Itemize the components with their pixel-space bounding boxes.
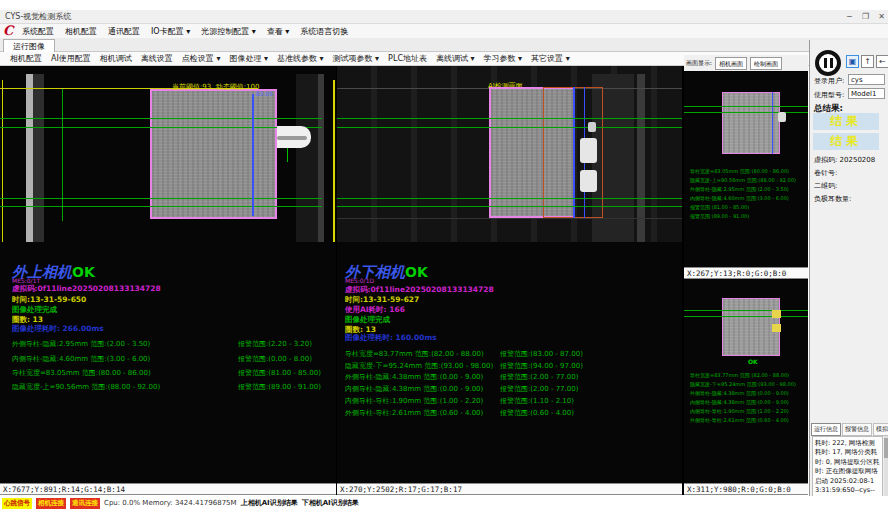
status-bar: 心跳信号 相机连接 通讯连接 Cpu: 0.0% Memory: 3424.41… xyxy=(0,496,888,510)
log-tab-run-info[interactable]: 运行信息 xyxy=(811,423,841,436)
alarm-range: 报警范围:(0.60 - 4.00) xyxy=(500,408,574,418)
coords-bar-left: X:7677;Y:891;R:14;G:14;B:14 xyxy=(0,483,336,495)
measure-line-green xyxy=(0,127,322,128)
toolbar-image-process[interactable]: 图像处理 ▾ xyxy=(229,53,268,64)
measure-line-green xyxy=(684,106,808,107)
log-text-area: 耗时: 222, 网络检测耗时: 17, 网络分类耗时: 0, 网络提取分区耗时… xyxy=(812,436,883,504)
app-logo-icon: C xyxy=(3,23,13,39)
toolbar-test-params[interactable]: 测试项参数 ▾ xyxy=(333,53,380,64)
measurement-row: 外侧导柱-隐藏:2.95mm 范围:(2.00 - 3.50) xyxy=(12,339,150,349)
negative-tab-count-label: 负极耳数量: xyxy=(814,194,851,204)
mini-ok-status: OK xyxy=(748,358,758,365)
metal-tab-blob xyxy=(588,122,596,132)
menu-item-light-config[interactable]: 光源控制配置 ▾ xyxy=(201,26,256,37)
toolbar-camera-debug[interactable]: 相机调试 xyxy=(100,53,132,64)
camera-view-button[interactable]: ▣ xyxy=(846,55,859,68)
mini-result-line: 外侧导柱-导柱:2.61mm 范围:(0.60 - 4.00) xyxy=(690,417,789,423)
ok-status: OK xyxy=(405,264,428,280)
time-text: 时间:13-31-59-627 xyxy=(345,295,419,305)
toolbar-offline-setting[interactable]: 离线设置 xyxy=(141,53,173,64)
pause-icon xyxy=(830,58,833,68)
camera-icon: ▣ xyxy=(849,57,857,66)
small-camera-view-2[interactable]: OK 导柱宽度=83.77mm 范围:(82.00 - 88.00) 隐藏宽度-… xyxy=(684,280,808,483)
highlight-blob-yellow xyxy=(772,324,781,332)
lower-camera-ai-result-label[interactable]: 下相机AI识别结果 xyxy=(302,498,359,508)
left-camera-view[interactable]: 83.05 当前阈值:93, 动态阈值:100 外上相机OK MES:0/1T … xyxy=(0,66,336,483)
mini-result-line: 隐藏宽度-下=95.24mm 范围:(93.00 - 98.00) xyxy=(690,381,796,387)
right-control-panel: ▣ ↑ ← 登录用户: 使用型号: 总结果: 结果 结果 虚拟码: 202502… xyxy=(809,40,888,510)
spool-number-label: 卷针号: xyxy=(814,168,837,178)
alarm-range: 报警范围:(0.00 - 8.00) xyxy=(238,354,312,364)
log-scrollbar[interactable] xyxy=(884,436,888,504)
menu-item-camera-config[interactable]: 相机配置 xyxy=(65,26,97,37)
measure-line-green xyxy=(0,206,322,207)
mini-result-line: 报警范围:(89.00 - 91.00) xyxy=(690,213,749,219)
arrow-left-icon: ← xyxy=(879,57,886,66)
measurement-row: 内侧导柱-导柱:1.90mm 范围:(1.00 - 2.20) xyxy=(345,396,483,406)
model-input[interactable] xyxy=(848,88,885,99)
toolbar-learn-params[interactable]: 学习参数 ▾ xyxy=(484,53,523,64)
login-user-label: 登录用户: xyxy=(814,76,844,86)
menu-item-io-config[interactable]: IO卡配置 ▾ xyxy=(151,26,190,37)
toolbar-check-setting[interactable]: 点检设置 ▾ xyxy=(182,53,221,64)
roi-line-yellow xyxy=(333,80,335,242)
mini-result-line: 内侧导柱-隐藏:4.60mm 范围:(3.00 - 6.00) xyxy=(690,195,789,201)
mini-result-line: 导柱宽度=83.77mm 范围:(82.00 - 88.00) xyxy=(690,372,789,378)
alarm-range: 报警范围:(94.00 - 97.00) xyxy=(500,361,583,371)
mes-sub-text: MES:0/1T xyxy=(12,277,40,284)
measure-line-green xyxy=(337,198,682,199)
elapsed-text: 图像处理耗时: 266.00ms xyxy=(12,324,104,334)
metal-clip-shade xyxy=(277,136,307,140)
toolbar-camera-config[interactable]: 相机配置 xyxy=(10,53,42,64)
measure-line-green xyxy=(684,316,808,317)
pause-button[interactable] xyxy=(815,50,841,76)
bg-stripe xyxy=(318,74,324,242)
back-button[interactable]: ← xyxy=(876,55,888,68)
menu-item-language[interactable]: 系统语言切换 xyxy=(300,26,348,37)
coords-bar-small-2: X:311;Y:980;R:0;G:0;B:0 xyxy=(684,483,808,495)
arrow-up-icon: ↑ xyxy=(864,57,871,66)
threshold-overlay-text: 当前阈值:93, 动态阈值:100 xyxy=(172,82,259,92)
toolbar-other-setting[interactable]: 其它设置 ▾ xyxy=(531,53,570,64)
toolbar-baseline-params[interactable]: 基准线参数 ▾ xyxy=(277,53,324,64)
upload-button[interactable]: ↑ xyxy=(861,55,874,68)
measure-line-green xyxy=(62,89,63,221)
toolbar-offline-debug[interactable]: 离线调试 ▾ xyxy=(436,53,475,64)
mini-result-line: 报警范围:(81.00 - 85.00) xyxy=(690,204,749,210)
log-scrollbar-thumb[interactable] xyxy=(884,438,888,458)
minimize-button[interactable]: ─ xyxy=(842,10,857,23)
log-tab-sim-info[interactable]: 模拟信息 xyxy=(873,423,888,436)
measurement-row: 内侧导柱-隐藏:4.38mm 范围:(0.00 - 9.00) xyxy=(345,384,483,394)
product-roi xyxy=(150,89,277,219)
cpu-memory-status: Cpu: 0.0% Memory: 3424.41796875M xyxy=(104,499,237,507)
login-user-input[interactable] xyxy=(848,74,885,85)
display-tab-camera[interactable]: 相机画面 xyxy=(715,57,747,70)
time-text: 时间:13-31-59-650 xyxy=(12,295,86,305)
menu-item-system-config[interactable]: 系统配置 xyxy=(22,26,54,37)
toolbar-plc-table[interactable]: PLC地址表 xyxy=(388,53,427,64)
menu-item-comm-config[interactable]: 通讯配置 xyxy=(108,26,140,37)
bg-stripe xyxy=(637,74,645,242)
mini-result-line: 内侧导柱-隐藏:4.38mm 范围:(0.00 - 9.00) xyxy=(690,399,789,405)
maximize-button[interactable]: ❐ xyxy=(858,10,873,23)
toolbar-ai-config[interactable]: AI使用配置 xyxy=(51,53,91,64)
log-tab-alarm-info[interactable]: 报警信息 xyxy=(842,423,872,436)
upper-camera-ai-result-label[interactable]: 上相机AI识别结果 xyxy=(241,498,298,508)
result-box-upper: 结果 xyxy=(813,113,879,130)
middle-camera-view[interactable]: AI检测画面 外下相机OK MES:0/1D 虚拟码:0f11line20250… xyxy=(337,66,682,483)
close-button[interactable]: ✕ xyxy=(874,10,888,23)
window-title: CYS-视觉检测系统 xyxy=(5,12,71,21)
result-box-lower: 结果 xyxy=(813,133,879,150)
menu-item-view[interactable]: 查看 ▾ xyxy=(267,26,290,37)
display-mode-bar: 画面显示: 相机画面 绘制画面 xyxy=(684,55,808,71)
mini-result-line: 外侧导柱-隐藏:2.95mm 范围:(2.00 - 3.50) xyxy=(690,186,789,192)
small-camera-view-1[interactable]: 导柱宽度=83.05mm 范围:(80.00 - 86.00) 隐藏宽度-上=9… xyxy=(684,72,808,267)
coords-bar-middle: X:270;Y:2502;R:17;G:17;B:17 xyxy=(337,483,682,495)
display-tab-draw[interactable]: 绘制画面 xyxy=(750,57,782,70)
mini-result-line: 外侧导柱-隐藏:4.38mm 范围:(0.00 - 9.00) xyxy=(690,390,789,396)
measure-line-green xyxy=(684,310,808,311)
model-label: 使用型号: xyxy=(814,90,844,100)
bg-stripe xyxy=(26,74,33,242)
measure-line-green xyxy=(337,206,682,207)
barcode-text: 虚拟码:0f11line20250208133134728 xyxy=(345,285,494,295)
